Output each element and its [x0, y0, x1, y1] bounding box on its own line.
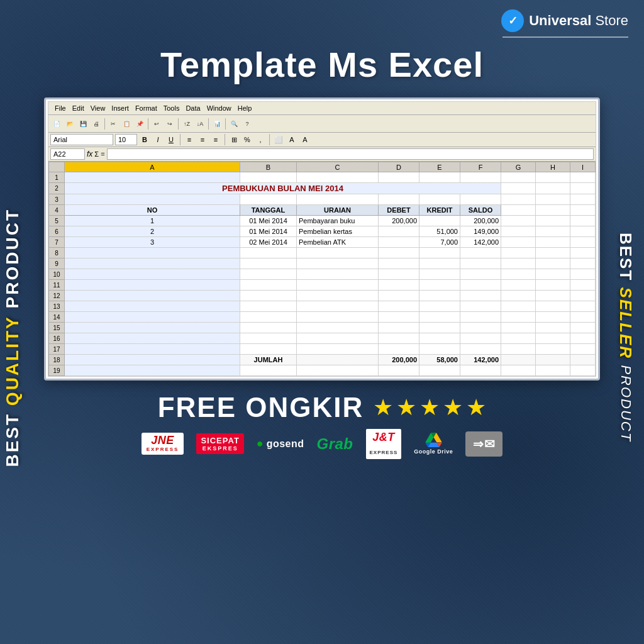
- font-name-input[interactable]: [50, 134, 113, 145]
- cell-f18-total-saldo[interactable]: 142,000: [460, 355, 501, 365]
- cell-d5[interactable]: 200,000: [379, 216, 419, 226]
- font-size-input[interactable]: [115, 134, 137, 145]
- bold-btn[interactable]: B: [139, 134, 150, 145]
- cell-g5[interactable]: [501, 216, 536, 226]
- cell-d18-total-debet[interactable]: 200,000: [379, 355, 419, 365]
- header-no[interactable]: NO: [65, 205, 240, 216]
- cell-h4[interactable]: [536, 205, 570, 216]
- excel-menu-bar[interactable]: File Edit View Insert Format Tools Data …: [48, 102, 596, 115]
- cell-i7[interactable]: [570, 237, 596, 248]
- border-btn[interactable]: ⬜: [273, 134, 284, 145]
- fill-color-btn[interactable]: A: [286, 134, 297, 145]
- header-uraian[interactable]: URAIAN: [297, 205, 379, 216]
- cell-g4[interactable]: [501, 205, 536, 216]
- col-header-g[interactable]: G: [501, 162, 536, 172]
- cell-b7[interactable]: 02 Mei 2014: [240, 237, 297, 248]
- cell-h1[interactable]: [536, 172, 570, 183]
- header-tanggal[interactable]: TANGGAL: [240, 205, 297, 216]
- save-btn[interactable]: 💾: [77, 118, 89, 130]
- cell-c1[interactable]: [297, 172, 379, 183]
- col-header-c[interactable]: C: [297, 162, 379, 172]
- cell-d1[interactable]: [379, 172, 419, 183]
- cell-i6[interactable]: [570, 226, 596, 237]
- header-debet[interactable]: DEBET: [379, 205, 419, 216]
- cell-d7[interactable]: [379, 237, 419, 248]
- undo-btn[interactable]: ↩: [150, 118, 163, 130]
- cell-g3[interactable]: [501, 194, 536, 205]
- col-header-e[interactable]: E: [419, 162, 460, 172]
- sort-asc-btn[interactable]: ↑Z: [180, 118, 193, 130]
- cell-i3[interactable]: [570, 194, 596, 205]
- cell-e5[interactable]: [419, 216, 460, 226]
- cell-a18[interactable]: [65, 355, 240, 365]
- cell-b1[interactable]: [240, 172, 297, 183]
- cell-h5[interactable]: [536, 216, 570, 226]
- cell-c5[interactable]: Pembayaran buku: [297, 216, 379, 226]
- cell-h7[interactable]: [536, 237, 570, 248]
- menu-format[interactable]: Format: [132, 103, 160, 113]
- cell-a6[interactable]: 2: [65, 226, 240, 237]
- paste-btn[interactable]: 📌: [133, 118, 146, 130]
- comma-btn[interactable]: ,: [255, 134, 266, 145]
- cell-g18[interactable]: [501, 355, 536, 365]
- cell-b3[interactable]: [240, 194, 297, 205]
- cell-h3[interactable]: [536, 194, 570, 205]
- cell-g7[interactable]: [501, 237, 536, 248]
- menu-help[interactable]: Help: [235, 103, 255, 113]
- cell-i5[interactable]: [570, 216, 596, 226]
- menu-tools[interactable]: Tools: [160, 103, 183, 113]
- cell-a1[interactable]: [65, 172, 240, 183]
- cell-g2[interactable]: [501, 183, 536, 194]
- menu-window[interactable]: Window: [204, 103, 235, 113]
- cell-c6[interactable]: Pembelian kertas: [297, 226, 379, 237]
- underline-btn[interactable]: U: [165, 134, 177, 145]
- merge-btn[interactable]: ⊞: [228, 134, 240, 145]
- cell-a5[interactable]: 1: [65, 216, 240, 226]
- cell-d3[interactable]: [379, 194, 419, 205]
- cell-c3[interactable]: [297, 194, 379, 205]
- cell-e1[interactable]: [419, 172, 460, 183]
- col-header-d[interactable]: D: [379, 162, 419, 172]
- header-saldo[interactable]: SALDO: [460, 205, 501, 216]
- open-btn[interactable]: 📂: [64, 118, 76, 130]
- align-left-btn[interactable]: ≡: [184, 134, 195, 145]
- col-header-i[interactable]: I: [570, 162, 596, 172]
- cell-c7[interactable]: Pembelian ATK: [297, 237, 379, 248]
- new-btn[interactable]: 📄: [50, 118, 63, 130]
- cell-c18[interactable]: [297, 355, 379, 365]
- cell-a3[interactable]: [65, 194, 240, 205]
- sort-desc-btn[interactable]: ↓A: [194, 118, 206, 130]
- cell-h2[interactable]: [536, 183, 570, 194]
- cell-e18-total-kredit[interactable]: 58,000: [419, 355, 460, 365]
- cell-e6[interactable]: 51,000: [419, 226, 460, 237]
- cell-i1[interactable]: [570, 172, 596, 183]
- cell-f1[interactable]: [460, 172, 501, 183]
- cell-f3[interactable]: [460, 194, 501, 205]
- align-center-btn[interactable]: ≡: [197, 134, 208, 145]
- menu-file[interactable]: File: [52, 103, 69, 113]
- font-color-btn[interactable]: A: [299, 134, 311, 145]
- italic-btn[interactable]: I: [152, 134, 164, 145]
- cell-i4[interactable]: [570, 205, 596, 216]
- menu-data[interactable]: Data: [182, 103, 203, 113]
- cell-b18-jumlah[interactable]: JUMLAH: [240, 355, 297, 365]
- cell-g6[interactable]: [501, 226, 536, 237]
- cell-i18[interactable]: [570, 355, 596, 365]
- col-header-h[interactable]: H: [536, 162, 570, 172]
- cell-f5[interactable]: 200,000: [460, 216, 501, 226]
- align-right-btn[interactable]: ≡: [210, 134, 221, 145]
- spreadsheet-title-cell[interactable]: PEMBUKUAN BULAN MEI 2014: [65, 183, 501, 194]
- currency-btn[interactable]: %: [242, 134, 253, 145]
- menu-insert[interactable]: Insert: [108, 103, 132, 113]
- cell-d6[interactable]: [379, 226, 419, 237]
- col-header-b[interactable]: B: [240, 162, 297, 172]
- print-btn[interactable]: 🖨: [90, 118, 103, 130]
- cell-i2[interactable]: [570, 183, 596, 194]
- cell-h6[interactable]: [536, 226, 570, 237]
- chart-btn[interactable]: 📊: [211, 118, 223, 130]
- cell-f6[interactable]: 149,000: [460, 226, 501, 237]
- cell-b5[interactable]: 01 Mei 2014: [240, 216, 297, 226]
- redo-btn[interactable]: ↪: [164, 118, 176, 130]
- menu-edit[interactable]: Edit: [69, 103, 87, 113]
- header-kredit[interactable]: KREDIT: [419, 205, 460, 216]
